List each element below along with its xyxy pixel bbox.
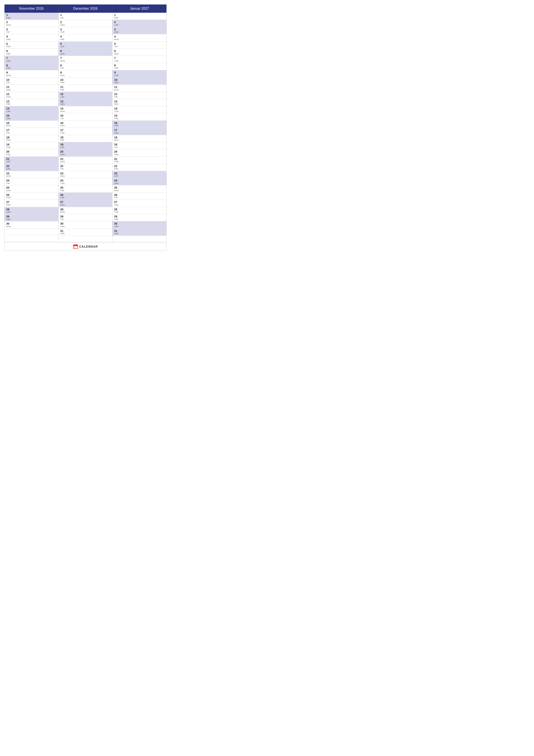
day-number: 17 [114, 128, 165, 132]
day-row: 10TOR [59, 78, 113, 85]
day-name: TIR [60, 218, 111, 221]
month-header-december-2026: December 2026 [59, 5, 113, 13]
day-number: 28 [114, 208, 165, 211]
day-row: 11ONS [5, 85, 58, 92]
day-row: 6FRE [5, 49, 58, 56]
day-number [6, 236, 57, 240]
day-number: 15 [60, 114, 111, 118]
day-name: SØN [6, 168, 57, 170]
day-row: 5TOR [5, 41, 58, 49]
day-number: 25 [6, 186, 57, 189]
day-row: 3SØN [113, 27, 166, 34]
day-name: LØR [114, 226, 165, 228]
day-number: 10 [114, 78, 165, 82]
day-number: 25 [114, 186, 165, 189]
day-row: 9LØR [113, 70, 166, 77]
day-name: ONS [60, 24, 111, 26]
day-row: 27SØN [59, 200, 113, 207]
day-row: 1FRE [113, 13, 166, 20]
day-row: 28MAN [59, 207, 113, 214]
svg-text:7: 7 [74, 247, 75, 249]
day-name: ONS [60, 74, 111, 77]
day-name: MAN [114, 139, 165, 141]
day-name: TOR [6, 45, 57, 48]
day-number: 17 [6, 128, 57, 132]
day-name: FRE [114, 168, 165, 170]
day-number: 1 [60, 14, 111, 17]
day-name: ONS [6, 139, 57, 141]
day-name: FRE [60, 39, 111, 41]
day-row: 27FRE [5, 200, 58, 207]
day-row: 14MAN [59, 106, 113, 113]
footer-row: 7 CALENDAR [5, 242, 166, 251]
day-row: 23LØR [113, 171, 166, 178]
day-row: 24TIR [5, 178, 58, 185]
day-name: SØN [60, 204, 111, 206]
day-name: ONS [60, 175, 111, 177]
day-name: TIR [60, 168, 111, 170]
day-number: 18 [114, 136, 165, 139]
day-name: TIR [60, 17, 111, 19]
day-number: 2 [6, 20, 57, 24]
day-name: FRE [114, 118, 165, 120]
day-name: FRE [6, 103, 57, 105]
day-row: 18ONS [5, 135, 58, 142]
day-row: 15TIR [59, 113, 113, 121]
day-row: 10TIR [5, 78, 58, 85]
day-row: 21MAN [59, 157, 113, 164]
day-row: 19LØR [59, 142, 113, 149]
day-name: LØR [114, 175, 165, 177]
svg-rect-1 [73, 245, 78, 246]
day-row: 30ONS [59, 221, 113, 229]
day-name: SØN [60, 103, 111, 105]
day-name: TIR [114, 96, 165, 98]
day-name: MAN [6, 226, 57, 228]
day-number: 14 [6, 107, 57, 110]
day-name: SØN [60, 53, 111, 55]
day-row: 5TIR [113, 41, 166, 49]
day-name: TIR [6, 31, 57, 33]
day-number: 16 [6, 121, 57, 125]
day-number: 4 [114, 35, 165, 39]
day-row [113, 236, 166, 242]
day-name: MAN [114, 89, 165, 91]
day-name: LØR [114, 124, 165, 127]
day-name: TIR [6, 81, 57, 84]
day-number: 24 [60, 179, 111, 182]
day-number: 30 [60, 222, 111, 226]
month-header-november-2026: November 2026 [5, 5, 59, 13]
day-name: LØR [60, 45, 111, 48]
day-number: 4 [6, 35, 57, 39]
day-number: 2 [114, 20, 165, 24]
day-number: 19 [6, 143, 57, 146]
day-number: 22 [60, 164, 111, 168]
day-row: 27ONS [113, 200, 166, 207]
day-name: LØR [114, 24, 165, 26]
day-number: 20 [6, 150, 57, 153]
day-number: 11 [60, 85, 111, 89]
day-name: SØN [114, 81, 165, 84]
day-name: ONS [6, 189, 57, 192]
day-name: TOR [6, 146, 57, 149]
day-number: 26 [6, 193, 57, 197]
month-header-januar-2027: Januar 2027 [113, 5, 166, 13]
day-number: 27 [6, 201, 57, 204]
day-row: 2ONS [59, 20, 113, 27]
day-row: 17TOR [59, 128, 113, 135]
day-number: 29 [60, 215, 111, 218]
day-row: 15FRE [113, 113, 166, 121]
day-number: 9 [114, 71, 165, 74]
day-name: ONS [114, 53, 165, 55]
day-number: 9 [6, 71, 57, 74]
day-name: TIR [114, 45, 165, 48]
day-name: TIR [60, 67, 111, 69]
day-row: 31SØN [113, 229, 166, 236]
day-number: 19 [114, 143, 165, 146]
day-name: TIR [6, 132, 57, 134]
day-name: TOR [114, 60, 165, 62]
day-row: 19TIR [113, 142, 166, 149]
day-row: 25FRE [59, 185, 113, 192]
day-row: 28TOR [113, 207, 166, 214]
day-row: 12LØR [59, 92, 113, 99]
footer-cell-1 [5, 242, 59, 251]
